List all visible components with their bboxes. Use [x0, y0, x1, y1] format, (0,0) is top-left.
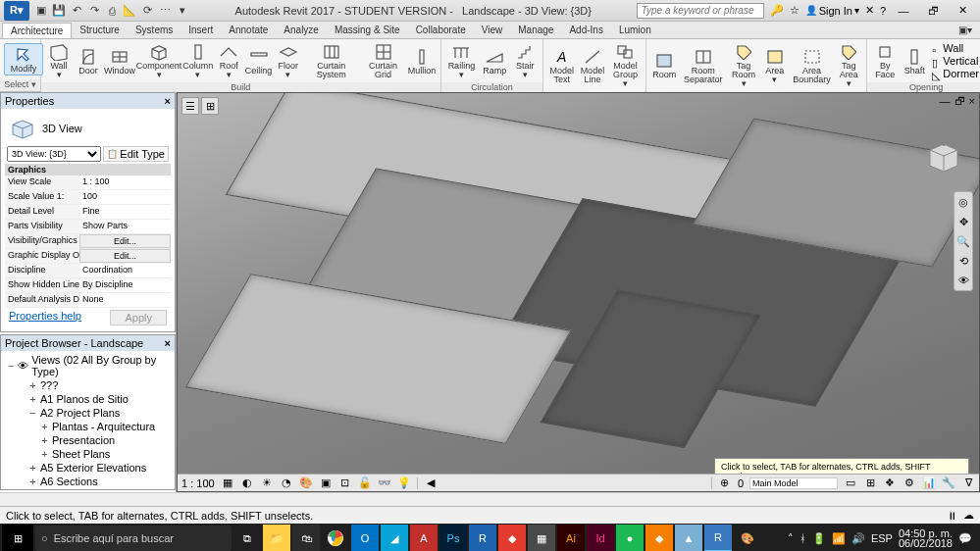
browser-close-icon[interactable]: ×: [165, 337, 171, 349]
windows-start-button[interactable]: ⊞: [2, 525, 33, 551]
star-icon[interactable]: ☆: [790, 4, 799, 17]
exchange-icon[interactable]: ✕: [865, 4, 874, 17]
property-row[interactable]: Show Hidden LinesBy Discipline: [5, 278, 171, 293]
tray-volume-icon[interactable]: 🔊: [851, 532, 865, 545]
task-view-icon[interactable]: ⧉: [233, 525, 261, 551]
nav-wheel-icon[interactable]: ◎: [955, 194, 971, 210]
tag-area-button[interactable]: Tag Area▾: [835, 41, 862, 89]
tray-wifi-icon[interactable]: 📶: [832, 532, 846, 545]
tray-clock[interactable]: 04:50 p. m.06/02/2018: [899, 528, 953, 548]
prop-value[interactable]: None: [79, 293, 171, 307]
nav-look-icon[interactable]: 👁: [955, 273, 971, 288]
nav-orbit-icon[interactable]: ⟲: [955, 253, 971, 269]
tab-lumion[interactable]: Lumion: [611, 23, 659, 37]
tree-node[interactable]: +A6 Sections: [3, 475, 173, 488]
opening-wall-button[interactable]: ▫Wall: [930, 42, 980, 54]
ribbon-collapse-icon[interactable]: ▣▾: [951, 23, 980, 37]
tab-add-ins[interactable]: Add-Ins: [561, 23, 610, 37]
prop-value[interactable]: Edit...: [79, 249, 171, 263]
prop-value[interactable]: Coordination: [79, 264, 171, 277]
tag-room-button[interactable]: Tag Room▾: [728, 41, 759, 89]
mullion-button[interactable]: Mullion: [407, 46, 436, 76]
area-button[interactable]: Area▾: [761, 46, 789, 85]
tree-twisty-icon[interactable]: +: [28, 393, 37, 405]
taskbar-app-icon-2[interactable]: ▦: [528, 525, 555, 551]
tab-manage[interactable]: Manage: [510, 23, 561, 37]
restore-button[interactable]: 🗗: [921, 2, 945, 20]
sun-path-icon[interactable]: ☀: [260, 476, 274, 490]
properties-help-link[interactable]: Properties help: [9, 310, 81, 326]
property-row[interactable]: Detail LevelFine: [5, 205, 171, 220]
tab-insert[interactable]: Insert: [181, 23, 221, 37]
shadows-icon[interactable]: ◔: [280, 476, 293, 490]
door-button[interactable]: Door: [75, 46, 102, 76]
prop-value[interactable]: 100: [79, 190, 171, 204]
taskbar-spotify-icon[interactable]: ●: [616, 525, 644, 551]
property-row[interactable]: Visibility/Graphics O...Edit...: [5, 234, 171, 249]
tree-node[interactable]: +Presentacion: [3, 433, 173, 447]
taskbar-indesign-icon[interactable]: Id: [587, 525, 614, 551]
vp-maximize-icon[interactable]: 🗗: [954, 95, 965, 107]
instance-selector[interactable]: 3D View: {3D}: [7, 146, 101, 162]
roof-button[interactable]: Roof▾: [215, 41, 242, 80]
vp-tool-2-icon[interactable]: ⊞: [201, 97, 219, 115]
property-row[interactable]: Graphic Display Opti...Edit...: [5, 249, 171, 264]
property-row[interactable]: View Scale1 : 100: [5, 175, 171, 190]
tree-node[interactable]: +FASE 1: [3, 488, 173, 490]
model-group-button[interactable]: Model Group▾: [609, 41, 643, 89]
tree-node[interactable]: +A5 Exterior Elevations: [3, 461, 173, 475]
taskbar-paint-icon[interactable]: 🎨: [734, 525, 761, 551]
tree-node[interactable]: +Sheet Plans: [3, 447, 173, 461]
crop-visible-icon[interactable]: ⊡: [338, 476, 352, 490]
qat-more-icon[interactable]: ⋯: [157, 3, 173, 19]
minimize-button[interactable]: —: [892, 2, 915, 20]
tree-twisty-icon[interactable]: +: [40, 448, 49, 460]
component-button[interactable]: Component▾: [137, 41, 181, 80]
curtain-system-button[interactable]: Curtain System: [304, 41, 359, 80]
vb-ic-3[interactable]: ❖: [883, 476, 897, 490]
taskbar-app-icon-1[interactable]: ◢: [381, 525, 408, 551]
scroll-left-icon[interactable]: ◀: [424, 476, 438, 490]
properties-header[interactable]: Properties×: [1, 93, 175, 109]
vb-ic-6[interactable]: 🔧: [942, 476, 955, 490]
prop-value[interactable]: 1 : 100: [79, 175, 171, 189]
measure-icon[interactable]: 📐: [122, 3, 137, 19]
opening-dormer-button[interactable]: ◺Dormer: [930, 68, 980, 79]
sync-icon[interactable]: ⟳: [139, 3, 155, 19]
tree-node[interactable]: +A1 Planos de Sitio: [3, 392, 173, 406]
temp-hide-icon[interactable]: 👓: [378, 476, 391, 490]
visual-style-icon[interactable]: ◐: [240, 476, 254, 490]
undo-icon[interactable]: ↶: [69, 3, 84, 19]
tree-twisty-icon[interactable]: +: [28, 476, 37, 487]
vp-tool-1-icon[interactable]: ☰: [181, 97, 199, 115]
model-text-button[interactable]: AModel Text: [547, 46, 576, 85]
browser-header[interactable]: Project Browser - Landscape×: [1, 335, 175, 351]
taskbar-photoshop-icon[interactable]: Ps: [439, 525, 467, 551]
unlock-icon[interactable]: 🔓: [358, 476, 372, 490]
group-select-label[interactable]: Select ▾: [0, 79, 40, 91]
nav-zoom-icon[interactable]: 🔍: [955, 233, 971, 249]
area-boundary-button[interactable]: Area Boundary: [791, 46, 833, 85]
taskbar-autocad-icon[interactable]: A: [410, 525, 438, 551]
taskbar-revit-active-icon[interactable]: R: [704, 525, 732, 551]
tree-twisty-icon[interactable]: +: [28, 489, 37, 490]
tree-root[interactable]: −👁 Views (02 All By Group by Type): [3, 353, 173, 378]
tree-twisty-icon[interactable]: +: [28, 379, 37, 391]
opening-vertical-button[interactable]: ▯Vertical: [930, 55, 980, 67]
viewport-3d[interactable]: ☰ ⊞ — 🗗 × ◎ ✥ 🔍 ⟲ 👁 Click to select, TAB…: [177, 92, 980, 492]
room-separator-button[interactable]: Room Separator: [680, 46, 726, 85]
property-row[interactable]: Scale Value 1:100: [5, 190, 171, 205]
vp-minimize-icon[interactable]: —: [940, 95, 951, 107]
prop-value[interactable]: Edit...: [79, 234, 171, 248]
railing-button[interactable]: Railing▾: [445, 41, 479, 80]
ramp-button[interactable]: Ramp: [480, 46, 509, 76]
tree-twisty-icon[interactable]: +: [40, 434, 49, 446]
tab-collaborate[interactable]: Collaborate: [408, 23, 474, 37]
tray-notifications-icon[interactable]: 💬: [958, 532, 972, 545]
window-button[interactable]: Window: [104, 46, 135, 76]
horizontal-scrollbar[interactable]: [0, 492, 980, 506]
taskbar-outlook-icon[interactable]: O: [351, 525, 379, 551]
taskbar-chrome-icon[interactable]: [322, 525, 349, 551]
workset-input[interactable]: [749, 477, 838, 489]
property-row[interactable]: Default Analysis Dis...None: [5, 293, 171, 308]
